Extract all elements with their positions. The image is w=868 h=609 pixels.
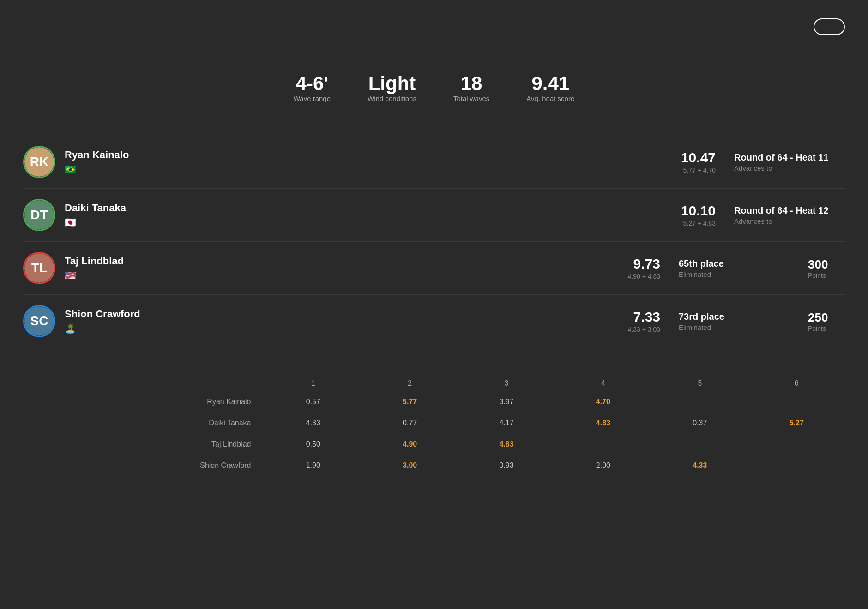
wave-score-0-5 xyxy=(748,391,845,412)
wave-score-1-0: 4.33 xyxy=(265,412,362,434)
result-subtitle-taj: Eliminated xyxy=(679,270,790,278)
wave-score-3-4: 4.33 xyxy=(651,455,748,476)
avatar-inner-taj: TL xyxy=(24,253,54,283)
wave-score-1-2: 4.17 xyxy=(458,412,555,434)
heat-info: · xyxy=(23,21,25,32)
header-divider xyxy=(23,49,845,49)
flag-taj: 🇺🇸 xyxy=(65,270,81,281)
wave-table-divider xyxy=(23,357,845,357)
stat-total_waves: 18 Total waves xyxy=(453,72,489,103)
wave-score-0-0: 0.57 xyxy=(265,391,362,412)
result-block-daiki: Round of 64 - Heat 12 Advances to xyxy=(734,205,845,225)
points-value-shion: 250 xyxy=(808,310,845,325)
wave-row-name-3: Shion Crawford xyxy=(23,455,265,476)
stat-value-wind: Light xyxy=(368,72,416,95)
score-breakdown-ryan: 5.77 + 4.70 xyxy=(681,167,716,174)
stat-avg_score: 9.41 Avg. heat score xyxy=(526,72,574,103)
stat-wind: Light Wind conditions xyxy=(368,72,416,103)
surfer-row-ryan: RK Ryan Kainalo 🇧🇷 10.47 5.77 + 4.70 Rou… xyxy=(23,136,845,189)
wave-score-2-5 xyxy=(748,434,845,455)
surfer-result-daiki: 10.10 5.27 + 4.83 Round of 64 - Heat 12 … xyxy=(681,203,845,227)
avatar-inner-ryan: RK xyxy=(24,147,54,177)
result-block-shion: 73rd place Eliminated xyxy=(679,311,790,331)
result-block-taj: 65th place Eliminated xyxy=(679,258,790,278)
surfer-info-daiki: Daiki Tanaka 🇯🇵 xyxy=(65,202,681,228)
flag-ryan: 🇧🇷 xyxy=(65,164,81,175)
score-breakdown-daiki: 5.27 + 4.83 xyxy=(681,220,716,227)
surfer-info-shion: Shion Crawford 🏝️ xyxy=(65,308,628,334)
score-block-ryan: 10.47 5.77 + 4.70 xyxy=(681,150,716,174)
wave-score-2-4 xyxy=(651,434,748,455)
stat-label-avg_score: Avg. heat score xyxy=(526,95,574,102)
wave-row-name-1: Daiki Tanaka xyxy=(23,412,265,434)
flag-daiki: 🇯🇵 xyxy=(65,217,81,228)
wave-col-1: 1 xyxy=(265,376,362,391)
avatar-inner-daiki: DT xyxy=(24,200,54,230)
avatar-ryan: RK xyxy=(23,146,55,178)
heat-details: · xyxy=(23,24,25,32)
wave-col-4: 4 xyxy=(555,376,651,391)
wave-score-2-3 xyxy=(555,434,651,455)
wave-score-1-3: 4.83 xyxy=(555,412,651,434)
wave-col-5: 5 xyxy=(651,376,748,391)
wave-score-3-5 xyxy=(748,455,845,476)
result-subtitle-ryan: Advances to xyxy=(734,164,845,172)
wave-score-2-1: 4.90 xyxy=(362,434,458,455)
stat-value-total_waves: 18 xyxy=(453,72,489,95)
surfers-section: RK Ryan Kainalo 🇧🇷 10.47 5.77 + 4.70 Rou… xyxy=(23,136,845,347)
result-subtitle-shion: Eliminated xyxy=(679,323,790,331)
wave-table-row: Ryan Kainalo0.575.773.974.70 xyxy=(23,391,845,412)
points-block-taj: 300 Points xyxy=(808,257,845,279)
stat-wave_range: 4-6' Wave range xyxy=(294,72,331,103)
score-block-daiki: 10.10 5.27 + 4.83 xyxy=(681,203,716,227)
points-value-taj: 300 xyxy=(808,257,845,272)
main-score-ryan: 10.47 xyxy=(681,150,716,166)
heat-header: · xyxy=(23,18,845,35)
wave-score-0-2: 3.97 xyxy=(458,391,555,412)
stat-value-avg_score: 9.41 xyxy=(526,72,574,95)
wave-col-3: 3 xyxy=(458,376,555,391)
wave-score-2-0: 0.50 xyxy=(265,434,362,455)
surfer-row-daiki: DT Daiki Tanaka 🇯🇵 10.10 5.27 + 4.83 Rou… xyxy=(23,189,845,242)
wave-score-1-4: 0.37 xyxy=(651,412,748,434)
surfer-result-taj: 9.73 4.90 + 4.83 65th place Eliminated 3… xyxy=(628,256,845,280)
points-block-shion: 250 Points xyxy=(808,310,845,332)
stat-value-wave_range: 4-6' xyxy=(294,72,331,95)
result-title-shion: 73rd place xyxy=(679,311,790,322)
stat-label-wind: Wind conditions xyxy=(368,95,416,102)
wave-table-row: Taj Lindblad0.504.904.83 xyxy=(23,434,845,455)
stat-label-total_waves: Total waves xyxy=(453,95,489,102)
main-score-taj: 9.73 xyxy=(628,256,660,272)
wave-table-row: Shion Crawford1.903.000.932.004.33 xyxy=(23,455,845,476)
wave-row-name-2: Taj Lindblad xyxy=(23,434,265,455)
wave-col-2: 2 xyxy=(362,376,458,391)
result-block-ryan: Round of 64 - Heat 11 Advances to xyxy=(734,152,845,172)
wave-table-section: 123456 Ryan Kainalo0.575.773.974.70Daiki… xyxy=(23,366,845,485)
wave-score-3-2: 0.93 xyxy=(458,455,555,476)
result-subtitle-daiki: Advances to xyxy=(734,217,845,225)
surfer-name-taj: Taj Lindblad xyxy=(65,255,628,267)
wave-scores-table: 123456 Ryan Kainalo0.575.773.974.70Daiki… xyxy=(23,376,845,476)
watch-replay-button[interactable] xyxy=(814,18,845,35)
wave-score-0-3: 4.70 xyxy=(555,391,651,412)
score-breakdown-taj: 4.90 + 4.83 xyxy=(628,273,660,280)
score-breakdown-shion: 4.33 + 3.00 xyxy=(628,326,660,333)
heat-subtitle: · xyxy=(23,24,25,32)
surfer-row-taj: TL Taj Lindblad 🇺🇸 9.73 4.90 + 4.83 65th… xyxy=(23,242,845,295)
stats-row: 4-6' Wave range Light Wind conditions 18… xyxy=(23,59,845,117)
main-score-shion: 7.33 xyxy=(628,309,660,325)
avatar-inner-shion: SC xyxy=(24,306,54,336)
surfer-name-ryan: Ryan Kainalo xyxy=(65,149,681,161)
wave-table-row: Daiki Tanaka4.330.774.174.830.375.27 xyxy=(23,412,845,434)
stat-label-wave_range: Wave range xyxy=(294,95,331,102)
wave-score-1-5: 5.27 xyxy=(748,412,845,434)
wave-score-1-1: 0.77 xyxy=(362,412,458,434)
surfer-name-shion: Shion Crawford xyxy=(65,308,628,320)
wave-row-name-0: Ryan Kainalo xyxy=(23,391,265,412)
wave-col-6: 6 xyxy=(748,376,845,391)
wave-score-3-1: 3.00 xyxy=(362,455,458,476)
surfer-name-daiki: Daiki Tanaka xyxy=(65,202,681,214)
surfer-row-shion: SC Shion Crawford 🏝️ 7.33 4.33 + 3.00 73… xyxy=(23,295,845,347)
surfer-info-ryan: Ryan Kainalo 🇧🇷 xyxy=(65,149,681,175)
surfer-result-ryan: 10.47 5.77 + 4.70 Round of 64 - Heat 11 … xyxy=(681,150,845,174)
